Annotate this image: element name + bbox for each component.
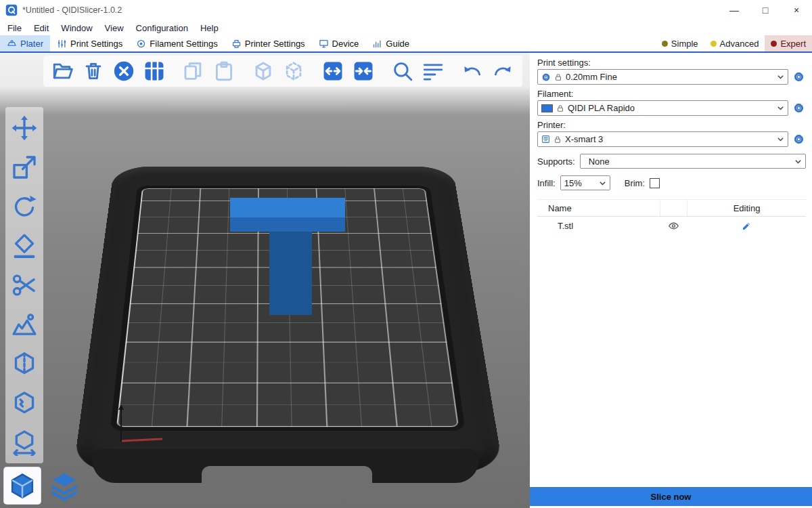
brim-label: Brim: [625,178,645,188]
column-header-name[interactable]: Name [537,203,660,213]
printer-combo[interactable]: X-smart 3 [537,131,788,147]
filament-color-swatch [541,104,553,112]
split-to-parts-button[interactable] [349,57,378,85]
simple-mode-dot-icon [662,41,668,47]
remove-instance-cube-icon [282,60,305,83]
move-icon [11,114,38,142]
copy-button[interactable] [179,57,208,85]
device-icon [319,39,329,49]
move-button[interactable] [10,114,39,142]
rotate-icon [11,193,38,220]
close-button[interactable]: × [781,0,812,20]
menu-configuration[interactable]: Configuration [130,23,194,33]
menu-file[interactable]: File [1,23,28,33]
delete-all-icon [112,60,135,83]
place-on-face-button[interactable] [10,232,39,260]
mode-expert[interactable]: Expert [765,35,812,51]
tab-plater[interactable]: Plater [0,35,50,51]
print-settings-gear-button[interactable] [791,71,806,83]
object-row[interactable]: T.stl [537,217,806,235]
tab-label: Plater [20,39,43,49]
search-button[interactable] [388,57,417,85]
filament-gear-button[interactable] [791,102,806,114]
model-t-top-face[interactable] [230,198,345,217]
chevron-down-icon [777,104,784,112]
paste-button[interactable] [210,57,238,85]
delete-all-button[interactable] [110,57,138,85]
cut-button[interactable] [10,271,39,299]
mode-simple[interactable]: Simple [656,35,704,51]
open-folder-icon [51,60,74,83]
arrange-button[interactable] [140,57,168,85]
mode-label: Simple [671,39,698,49]
lock-icon [554,73,562,81]
scale-button[interactable] [10,153,39,182]
model-t-front-face[interactable] [230,217,345,232]
fuzzy-skin-button[interactable] [10,389,39,417]
print-settings-combo[interactable]: 0.20mm Fine [537,69,788,85]
tab-label: Filament Settings [150,39,217,49]
gear-icon [541,72,551,82]
edit-object-icon[interactable] [741,221,752,232]
chevron-down-icon [599,179,606,187]
add-instance-cube-icon [252,60,275,83]
gear-icon [793,71,805,83]
menu-view[interactable]: View [99,23,130,33]
variable-layer-height-icon [422,60,445,83]
seam-button[interactable] [10,350,39,378]
visibility-eye-icon[interactable] [668,220,679,232]
chevron-down-icon [777,135,784,143]
delete-button[interactable] [79,57,108,85]
paint-support-button[interactable] [10,310,39,339]
scale-icon [11,154,38,181]
cut-scissors-icon [11,272,38,299]
remove-instance-button[interactable] [279,57,308,85]
bed-handle-notch [202,466,372,484]
menu-edit[interactable]: Edit [28,23,55,33]
rotate-button[interactable] [10,192,39,221]
add-instance-button[interactable] [249,57,277,85]
tab-filament-settings[interactable]: Filament Settings [129,35,224,51]
seam-icon [11,350,38,377]
plater-icon [7,39,17,49]
chevron-down-icon [794,158,802,165]
object-list: Name Editing T.stl [537,199,806,486]
infill-combo[interactable]: 15% [560,175,610,190]
main-area: Print settings: 0.20mm Fine [0,53,812,508]
maximize-button[interactable]: □ [750,0,781,20]
mode-advanced[interactable]: Advanced [704,35,765,51]
open-button[interactable] [49,57,77,85]
slice-now-button[interactable]: Slice now [530,487,812,506]
titlebar: *Untitled - QIDISlicer-1.0.2 — □ × [0,0,812,20]
minimize-button[interactable]: — [719,0,750,20]
chevron-down-icon [777,73,784,81]
object-name[interactable]: T.stl [537,221,660,231]
undo-button[interactable] [458,57,487,85]
menu-window[interactable]: Window [55,23,98,33]
object-list-header: Name Editing [537,200,806,217]
3d-viewport[interactable] [0,53,530,508]
measure-button[interactable] [10,428,39,457]
split-to-objects-button[interactable] [319,57,347,85]
printer-gear-button[interactable] [791,133,806,145]
tab-print-settings[interactable]: Print Settings [50,35,129,51]
variable-layer-height-button[interactable] [419,57,447,85]
filament-combo[interactable]: QIDI PLA Rapido [537,100,788,116]
column-header-visibility [660,200,687,216]
window-controls: — □ × [719,0,812,20]
tab-printer-settings[interactable]: Printer Settings [225,35,312,51]
tab-label: Device [332,39,359,49]
tab-device[interactable]: Device [312,35,366,51]
supports-combo[interactable]: None [580,154,806,169]
model-t-stem[interactable] [269,232,312,315]
preview-layers-button[interactable] [46,467,83,504]
menu-help[interactable]: Help [194,23,225,33]
editor-view-button[interactable] [4,467,41,504]
brim-checkbox[interactable] [650,178,660,188]
delete-trash-icon [82,60,105,83]
gear-icon [793,133,805,145]
view-toggles [4,467,83,504]
redo-button[interactable] [489,57,517,85]
filament-label: Filament: [537,89,806,99]
tab-guide[interactable]: Guide [365,35,416,51]
